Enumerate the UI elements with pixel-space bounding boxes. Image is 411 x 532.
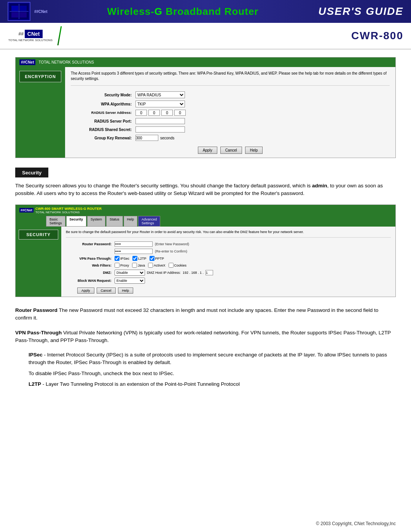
router-password-row-1: Router Password: (Enter New Password) [66, 241, 391, 247]
security-mode-select[interactable]: WPA RADIUS [135, 91, 185, 98]
enc-section-label: ENCRYPTION [19, 71, 61, 82]
radius-ip-3[interactable] [161, 110, 173, 116]
enc-help-button[interactable]: Help [245, 147, 263, 154]
sec-description: Be sure to change the default password f… [66, 230, 391, 238]
sec-sidebar: SECURITY [16, 227, 61, 297]
group-key-input[interactable] [135, 135, 158, 141]
radius-ip-4[interactable] [174, 110, 186, 116]
page-footer: © 2003 Copyright, CNet Technology,Inc [316, 521, 396, 526]
tab-basic-settings[interactable]: BasicSettings [46, 216, 65, 227]
ipsec-section: IPSec - Internet Protocol Security (IPSe… [29, 351, 396, 388]
radius-port-input[interactable] [135, 118, 185, 124]
dmz-ip-prefix: 192 . 168 . 1 . [183, 271, 204, 275]
dmz-ip-last-input[interactable] [206, 270, 213, 275]
password-input-1[interactable] [115, 241, 153, 247]
security-tab-container: Security [15, 168, 396, 177]
password-hint-2: (Re-enter to Confirm) [155, 249, 187, 253]
radius-port-label: RADIUS Server Port: [71, 119, 132, 123]
pptp-checkbox[interactable] [150, 256, 155, 261]
l2tp-checkbox[interactable] [132, 256, 137, 261]
java-check-item: Java [132, 263, 145, 268]
radius-secret-row: RADIUS Shared Secret: [71, 126, 390, 133]
cnet-brand-box: CNet [25, 30, 43, 38]
tab-advanced-settings[interactable]: AdvancedSettings [138, 216, 160, 227]
sec-cancel-button[interactable]: Cancel [97, 288, 116, 294]
vpn-passthrough-row: VPN Pass-Through: IPSec L2TP PPTP [66, 256, 391, 261]
sec-help-button[interactable]: Help [118, 288, 134, 294]
router-password-label: Router Password: [66, 242, 112, 246]
dmz-row: DMZ: Disable Enable DMZ Host IP Address:… [66, 270, 391, 276]
sec-apply-button[interactable]: Apply [77, 288, 94, 294]
cookies-label: Cookies [174, 264, 187, 267]
dmz-label: DMZ: [66, 271, 112, 275]
tab-status[interactable]: Status [106, 216, 123, 227]
dmz-host-label: DMZ Host IP Address: [147, 271, 181, 275]
web-filters-row: Web Filters: Proxy Java ActiveX [66, 263, 391, 268]
ipsec-checkbox[interactable] [115, 256, 119, 261]
router-password-body: The new Password must not exceed 32 char… [15, 307, 378, 321]
ipsec-label: IPSec [120, 257, 129, 260]
logo-box [8, 2, 30, 21]
enc-header-text: TOTAL NETWORK SOLUTIONS [38, 60, 94, 64]
enc-main-panel: The Access Point supports 3 different ty… [65, 67, 395, 158]
svg-rect-3 [11, 12, 18, 18]
copyright-text: © 2003 Copyright, CNet Technology,Inc [316, 521, 396, 526]
proxy-checkbox[interactable] [115, 263, 119, 268]
password-input-2[interactable] [115, 249, 153, 254]
l2tp-title: L2TP [29, 381, 41, 387]
svg-rect-4 [20, 12, 27, 18]
block-wan-select[interactable]: Enable Disable [115, 278, 145, 284]
sec-main-panel: Be sure to change the default password f… [61, 227, 395, 297]
radius-ip-2[interactable] [148, 110, 160, 116]
security-intro-text: The Security screen allows you to change… [15, 182, 396, 198]
vpn-passthrough-section: VPN Pass-Through Virtual Private Network… [15, 329, 396, 345]
security-tab-header: Security [15, 168, 48, 177]
sec-cnet-tagline: TOTAL NETWORK SOLUTIONS [35, 211, 102, 214]
cnet-logo: ## CNet TOTAL NETWORK SOLUTIONS [8, 30, 53, 42]
radius-secret-input[interactable] [135, 126, 185, 133]
model-number: CWR-800 [351, 30, 403, 42]
radius-secret-label: RADIUS Shared Secret: [71, 128, 132, 132]
enc-apply-button[interactable]: Apply [198, 147, 217, 154]
enc-button-row: Apply Cancel Help [71, 147, 390, 154]
web-filter-checkboxes: Proxy Java ActiveX Cookies [115, 263, 186, 268]
cnet-tagline: TOTAL NETWORK SOLUTIONS [8, 38, 53, 42]
wpa-algorithms-select[interactable]: TKIP [135, 101, 185, 107]
tab-system[interactable]: System [87, 216, 105, 227]
radius-ip-1[interactable] [135, 110, 147, 116]
ipsec-body: - Internet Protocol Security (IPSec) is … [29, 352, 387, 365]
l2tp-label: L2TP [138, 257, 147, 260]
wpa-algorithms-row: WPA Algorithms: TKIP [71, 101, 390, 107]
cookies-checkbox[interactable] [169, 263, 174, 268]
enc-sidebar: ENCRYPTION [16, 67, 65, 158]
enc-cancel-button[interactable]: Cancel [220, 147, 242, 154]
activex-checkbox[interactable] [148, 263, 153, 268]
ipsec-title: IPSec [29, 352, 43, 358]
group-key-input-row: seconds [135, 135, 174, 141]
admin-bold: admin [312, 183, 327, 189]
activex-check-item: ActiveX [148, 263, 166, 268]
header-product-title: Wireless-G Broadband Router [107, 6, 258, 18]
tab-help[interactable]: Help [124, 216, 138, 227]
dmz-select[interactable]: Disable Enable [115, 270, 145, 276]
header-guide-title: USER'S GUIDE [318, 5, 403, 18]
pptp-label: PPTP [155, 257, 164, 260]
security-mode-label: Security Mode: [71, 93, 132, 97]
radius-port-row: RADIUS Server Port: [71, 118, 390, 124]
java-checkbox[interactable] [132, 263, 137, 268]
sec-section-label: SECURITY [19, 230, 58, 240]
page-header: ##CNet Wireless-G Broadband Router USER'… [0, 0, 411, 23]
svg-rect-1 [11, 6, 18, 11]
enc-ui-header: ##CNet TOTAL NETWORK SOLUTIONS [16, 58, 395, 67]
block-wan-row: Block WAN Request: Enable Disable [66, 278, 391, 284]
group-key-unit: seconds [160, 136, 174, 140]
java-label: Java [138, 264, 145, 267]
sec-button-row: Apply Cancel Help [66, 288, 391, 294]
vpn-checkboxes: IPSec L2TP PPTP [115, 256, 164, 261]
security-screenshot: ##CNet CWR-800 SMART WIRELESS-G ROUTER T… [15, 204, 396, 297]
radius-address-label: RADIUS Server Address: [71, 111, 132, 115]
enc-cnet-logo: ##CNet [19, 59, 35, 65]
vpn-body: Virtual Private Networking (VPN) is typi… [15, 330, 391, 343]
router-password-title: Router Password [15, 307, 57, 313]
tab-security[interactable]: Security [66, 216, 87, 227]
